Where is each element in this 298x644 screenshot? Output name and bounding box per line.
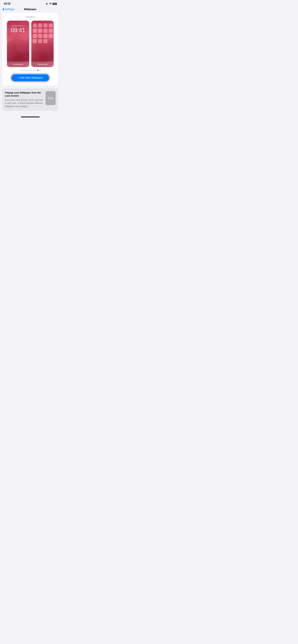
back-label: Settings xyxy=(5,8,14,11)
home-indicator xyxy=(0,114,61,118)
home-screen-customize-btn[interactable]: Customize xyxy=(31,62,54,67)
info-description: From your Lock Screen, touch and hold to… xyxy=(5,98,44,108)
thumb-time: 9:41 xyxy=(48,96,54,100)
airplane-icon xyxy=(46,2,48,5)
status-time: 19:15 xyxy=(4,2,11,5)
dot-6[interactable] xyxy=(31,70,32,71)
dot-3[interactable] xyxy=(24,70,26,71)
back-button[interactable]: Settings xyxy=(3,8,14,11)
wallpaper-card: CURRENT Tuesday, January 9 09:41 xyxy=(3,13,58,85)
status-icons: 64 xyxy=(46,2,57,5)
lock-screen-customize-btn[interactable]: Customize xyxy=(7,62,29,67)
app-icon xyxy=(49,29,53,33)
wifi-icon xyxy=(49,2,52,5)
app-icon xyxy=(38,24,42,28)
main-content: CURRENT Tuesday, January 9 09:41 xyxy=(0,13,61,111)
app-icon xyxy=(38,29,42,33)
app-icon xyxy=(49,34,53,38)
dot-4[interactable] xyxy=(27,70,28,71)
app-icon xyxy=(44,29,48,33)
nav-bar: Settings Wallpaper xyxy=(0,6,61,13)
dot-1[interactable] xyxy=(20,70,21,71)
app-icon xyxy=(33,24,37,28)
page-title: Wallpaper xyxy=(24,8,37,11)
dot-5[interactable] xyxy=(29,70,30,71)
add-button-highlight: + Add New Wallpaper xyxy=(11,74,50,82)
app-grid xyxy=(33,24,52,43)
app-icon xyxy=(44,39,48,43)
lock-date: Tuesday, January 9 xyxy=(7,25,29,27)
lock-screen-preview[interactable]: Tuesday, January 9 09:41 Customize xyxy=(7,20,29,67)
app-icon xyxy=(49,24,53,28)
app-icon xyxy=(33,34,37,38)
app-icon xyxy=(44,34,48,38)
info-card: Change your Wallpaper from the Lock Scre… xyxy=(3,88,58,111)
app-icon xyxy=(33,29,37,33)
add-wallpaper-button[interactable]: + Add New Wallpaper xyxy=(11,74,49,81)
home-screen-preview[interactable]: Customize xyxy=(31,20,54,67)
dot-2[interactable] xyxy=(22,70,23,71)
dot-8[interactable] xyxy=(35,70,36,71)
info-title: Change your Wallpaper from the Lock Scre… xyxy=(5,91,44,97)
dot-10[interactable] xyxy=(40,70,41,71)
status-bar: 19:15 64 xyxy=(0,0,61,6)
lock-time: 09:41 xyxy=(7,27,29,34)
current-label: CURRENT xyxy=(5,16,56,18)
lock-screen-info: Tuesday, January 9 09:41 xyxy=(7,25,29,34)
chevron-left-icon xyxy=(3,8,4,11)
info-text: Change your Wallpaper from the Lock Scre… xyxy=(5,91,44,108)
dot-7[interactable] xyxy=(33,70,34,71)
dot-9[interactable] xyxy=(37,70,39,71)
home-bar xyxy=(21,116,40,117)
battery-icon: 64 xyxy=(52,3,57,5)
wallpaper-previews-wrapper: Tuesday, January 9 09:41 Customize xyxy=(5,20,56,67)
app-icon xyxy=(38,39,42,43)
app-icon xyxy=(38,34,42,38)
app-icon xyxy=(33,39,37,43)
app-icon xyxy=(44,24,48,28)
wallpaper-previews: Tuesday, January 9 09:41 Customize xyxy=(5,20,56,67)
page-dots xyxy=(5,70,56,71)
add-wallpaper-wrapper: + Add New Wallpaper xyxy=(5,74,56,82)
lock-screen-thumbnail: 9:41 xyxy=(46,91,56,105)
